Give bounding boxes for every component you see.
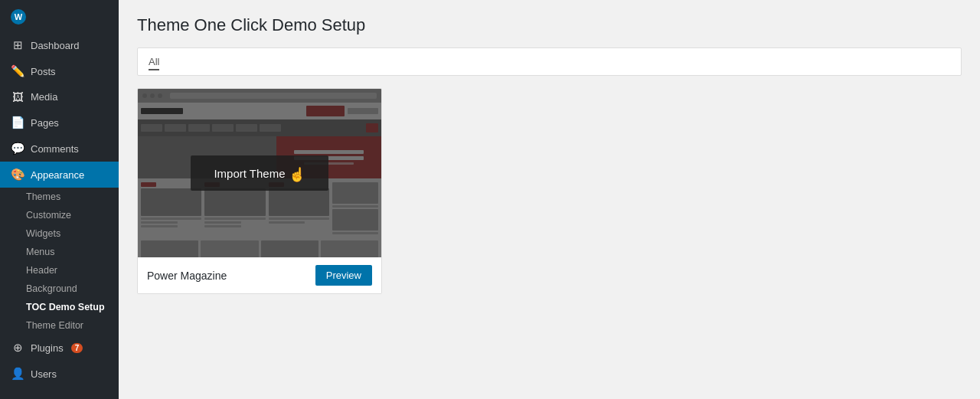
submenu-item-customize[interactable]: Customize xyxy=(0,206,119,224)
comments-icon: 💬 xyxy=(11,142,24,155)
theme-card-footer: Power Magazine Preview xyxy=(138,257,381,293)
sidebar-item-label: Plugins xyxy=(31,342,64,354)
submenu-item-header[interactable]: Header xyxy=(0,261,119,280)
submenu-item-theme-editor[interactable]: Theme Editor xyxy=(0,316,119,335)
sidebar-item-label: Media xyxy=(31,91,57,103)
plugins-badge: 7 xyxy=(71,343,83,353)
filter-all-label[interactable]: All xyxy=(149,56,159,70)
sidebar-item-label: Pages xyxy=(31,117,59,129)
posts-icon: ✏️ xyxy=(11,64,24,78)
sidebar-item-label: Dashboard xyxy=(31,40,80,51)
sidebar-item-label: Users xyxy=(31,368,57,380)
users-icon: 👤 xyxy=(11,367,24,381)
import-overlay: Import Theme☝ xyxy=(138,89,381,257)
sidebar-item-dashboard[interactable]: ⊞ Dashboard xyxy=(0,32,119,58)
submenu-item-background[interactable]: Background xyxy=(0,280,119,298)
sidebar-item-posts[interactable]: ✏️ Posts xyxy=(0,58,119,84)
submenu-item-menus[interactable]: Menus xyxy=(0,243,119,261)
theme-card: Import Theme☝ Power Magazine Preview xyxy=(137,88,382,294)
sidebar-item-media[interactable]: 🖼 Media xyxy=(0,84,119,110)
appearance-icon: 🎨 xyxy=(11,168,24,182)
theme-name: Power Magazine xyxy=(147,270,227,282)
theme-preview: Import Theme☝ xyxy=(138,89,381,257)
cursor-icon: ☝ xyxy=(289,166,305,183)
sidebar: W ⊞ Dashboard ✏️ Posts 🖼 Media 📄 Pages 💬… xyxy=(0,0,119,399)
main-content: Theme One Click Demo Setup All xyxy=(119,0,980,399)
sidebar-item-appearance[interactable]: 🎨 Appearance xyxy=(0,162,119,188)
sidebar-item-comments[interactable]: 💬 Comments xyxy=(0,136,119,162)
filter-bar[interactable]: All xyxy=(137,47,962,76)
pages-icon: 📄 xyxy=(11,116,24,129)
sidebar-item-pages[interactable]: 📄 Pages xyxy=(0,110,119,136)
sidebar-item-label: Posts xyxy=(31,66,56,77)
submenu-item-widgets[interactable]: Widgets xyxy=(0,224,119,243)
wp-logo: W xyxy=(0,0,119,32)
page-title: Theme One Click Demo Setup xyxy=(137,15,962,35)
submenu-item-themes[interactable]: Themes xyxy=(0,188,119,206)
media-icon: 🖼 xyxy=(11,90,24,103)
sidebar-item-label: Comments xyxy=(31,143,79,155)
preview-button[interactable]: Preview xyxy=(315,265,372,286)
submenu-item-toc-demo-setup[interactable]: TOC Demo Setup xyxy=(0,298,119,316)
sidebar-item-plugins[interactable]: ⊕ Plugins 7 xyxy=(0,335,119,361)
import-theme-button[interactable]: Import Theme☝ xyxy=(191,155,328,191)
plugins-icon: ⊕ xyxy=(11,341,24,355)
sidebar-item-label: Appearance xyxy=(31,169,84,181)
wp-logo-icon: W xyxy=(11,9,26,25)
dashboard-icon: ⊞ xyxy=(11,38,24,52)
sidebar-item-users[interactable]: 👤 Users xyxy=(0,361,119,387)
